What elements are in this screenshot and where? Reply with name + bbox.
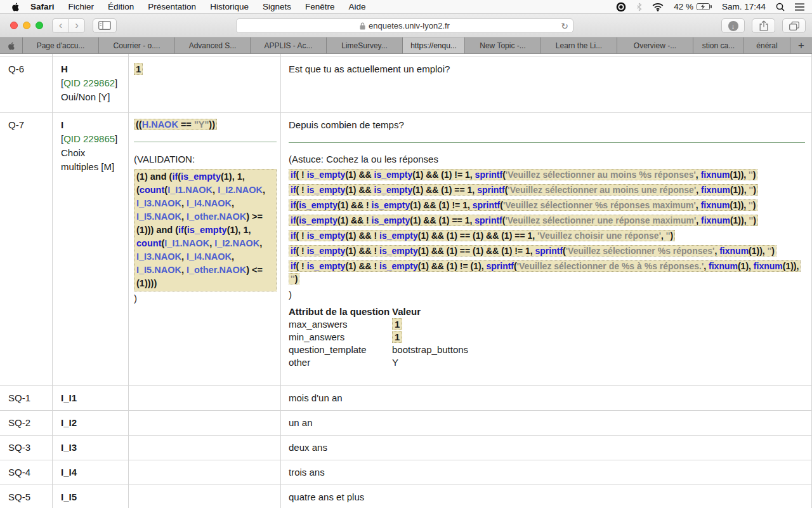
menu-fichier[interactable]: Fichier — [62, 2, 102, 11]
q6-relevance-value: 1 — [134, 63, 143, 75]
wifi-icon[interactable] — [652, 3, 664, 11]
q6-qid-link[interactable]: QID 229862 — [63, 77, 115, 88]
menu-presentation[interactable]: Présentation — [141, 2, 203, 11]
q7-validation-label: (VALIDATION: — [134, 152, 277, 166]
q7-id: Q-7 — [0, 113, 53, 385]
em-variable-link[interactable]: I_I1.NAOK — [167, 185, 213, 195]
menu-signets[interactable]: Signets — [256, 2, 298, 11]
sq5-id: SQ-5 — [0, 485, 53, 508]
sq2-code: I_I2 — [53, 411, 129, 435]
spotlight-icon[interactable] — [776, 3, 785, 11]
em-variable-link[interactable]: I_I4.NAOK — [187, 251, 232, 262]
tab-courrier[interactable]: Courrier - o.... — [99, 37, 175, 53]
em-variable-link[interactable]: I_I3.NAOK — [136, 251, 181, 262]
tab-learn-the-li[interactable]: Learn the Li... — [541, 37, 617, 53]
sq3-id: SQ-3 — [0, 436, 53, 460]
table-row-sq5: SQ-5 I_I5 quatre ans et plus — [0, 485, 812, 508]
em-variable-link[interactable]: I_I5.NAOK — [136, 265, 181, 275]
q7-type: Choix multiples [M] — [61, 147, 114, 172]
menu-bar-clock[interactable]: Sam. 17:44 — [722, 2, 766, 11]
close-window-button[interactable] — [10, 22, 18, 29]
q7-tip-intro: (Astuce: Cochez la ou les réponses — [289, 153, 805, 166]
zoom-window-button[interactable] — [36, 22, 43, 29]
table-row-sq3: SQ-3 I_I3 deux ans — [0, 436, 812, 460]
pinned-tab-apple[interactable] — [0, 37, 23, 53]
relevance-divider — [134, 142, 277, 142]
attribute-row-other: other Y — [289, 356, 805, 369]
tab-advanced-s[interactable]: Advanced S... — [175, 37, 251, 53]
battery-percent-label: 42 % — [674, 2, 693, 11]
forward-button[interactable]: › — [69, 18, 85, 33]
attribute-table-header: Attribut de la question Valeur — [289, 305, 805, 318]
battery-status[interactable]: 42 % — [674, 2, 712, 11]
em-variable-link[interactable]: I_I2.NAOK — [218, 185, 263, 195]
em-variable-link[interactable]: I_I5.NAOK — [136, 211, 181, 222]
q6-question-cell: Est que tu as actuellement un emploi? — [281, 57, 812, 112]
sq4-code: I_I4 — [53, 460, 129, 485]
minimize-window-button[interactable] — [23, 22, 30, 29]
q6-question-text: Est que tu as actuellement un emploi? — [289, 64, 450, 74]
tab-enquetes-active[interactable]: https://enqu... — [403, 37, 465, 53]
em-variable-link[interactable]: I_I1.NAOK — [164, 238, 209, 248]
show-all-tabs-button[interactable] — [782, 18, 806, 33]
toolbar-right-buttons: ↓ — [721, 18, 806, 33]
em-variable-link[interactable]: I_I4.NAOK — [187, 198, 232, 208]
em-variable-link[interactable]: I_I2.NAOK — [214, 238, 259, 248]
attribute-header-name: Attribut de la question — [289, 305, 392, 318]
reload-button[interactable]: ↻ — [561, 21, 568, 31]
q6-code: H — [61, 64, 68, 74]
tab-overview[interactable]: Overview -... — [617, 37, 693, 53]
tab-limesurvey[interactable]: LimeSurvey... — [327, 37, 403, 53]
tab-question-ca[interactable]: stion ca... — [693, 37, 744, 53]
q7-qid-link[interactable]: QID 229865 — [63, 133, 115, 144]
sidebar-button[interactable] — [93, 18, 117, 33]
menu-historique[interactable]: Historique — [203, 2, 256, 11]
em-variable-link[interactable]: I_other.NAOK — [187, 265, 246, 275]
screen-recording-status-icon[interactable] — [616, 2, 626, 12]
downloads-button[interactable]: ↓ — [721, 18, 745, 33]
q7-validation-close: ) — [134, 291, 277, 305]
q7-validation-equation: (1) and (if(is_empty(1), 1, (count(I_I1.… — [134, 169, 277, 291]
q7-question-text: Depuis combien de temps? — [289, 118, 805, 132]
q7-attribute-table: Attribut de la question Valeur max_answe… — [289, 305, 805, 369]
q7-tip-line-3: if(is_empty(1) && ! is_empty(1) && (1) !… — [289, 199, 804, 211]
tab-general[interactable]: énéral — [744, 37, 790, 53]
notification-center-icon[interactable] — [795, 3, 804, 11]
new-tab-button[interactable]: + — [790, 37, 812, 53]
q7-tip-close: ) — [289, 288, 805, 302]
em-variable-link[interactable]: H.NAOK — [142, 119, 178, 130]
apple-menu-icon[interactable] — [11, 2, 20, 11]
menu-edition[interactable]: Édition — [101, 2, 141, 11]
sq1-code: I_I1 — [53, 386, 129, 410]
em-variable-link[interactable]: I_other.NAOK — [187, 211, 246, 222]
sq1-id: SQ-1 — [0, 386, 53, 410]
tab-page-accueil[interactable]: Page d'accu... — [23, 37, 99, 53]
menu-safari[interactable]: Safari — [23, 2, 62, 11]
attribute-row-min-answers: min_answers 1 — [289, 331, 805, 344]
q7-question-cell: Depuis combien de temps? (Astuce: Cochez… — [281, 113, 812, 385]
sq1-text: mois d'un an — [281, 386, 812, 410]
q7-tip-line-6: if( ! is_empty(1) && ! is_empty(1) && (1… — [289, 244, 804, 257]
sq5-code: I_I5 — [53, 485, 129, 508]
tab-new-topic[interactable]: New Topic -... — [465, 37, 541, 53]
table-row-q6: Q-6 H [QID 229862] Oui/Non [Y] 1 Est que… — [0, 57, 812, 113]
sq2-text: un an — [281, 411, 812, 435]
screen: Safari Fichier Édition Présentation Hist… — [0, 0, 812, 508]
sq4-id: SQ-4 — [0, 460, 53, 485]
bluetooth-icon[interactable] — [636, 3, 642, 11]
tab-applis[interactable]: APPLIS - Ac... — [251, 37, 327, 53]
back-button[interactable]: ‹ — [52, 18, 69, 33]
share-button[interactable] — [752, 18, 775, 33]
q6-relevance-cell: 1 — [129, 57, 281, 112]
menu-aide[interactable]: Aide — [341, 2, 372, 11]
table-row-sq4: SQ-4 I_I4 trois ans — [0, 460, 812, 485]
survey-logic-table: Q-6 H [QID 229862] Oui/Non [Y] 1 Est que… — [0, 54, 812, 508]
sq4-text: trois ans — [281, 460, 812, 485]
attribute-header-value: Valeur — [392, 305, 805, 318]
q7-tip-line-5: if( ! is_empty(1) && ! is_empty(1) && (1… — [289, 229, 804, 242]
em-variable-link[interactable]: I_I3.NAOK — [136, 198, 181, 208]
q7-tip-line-4: if(is_empty(1) && ! is_empty(1) && (1) =… — [289, 214, 804, 227]
menu-fenetre[interactable]: Fenêtre — [298, 2, 342, 11]
sq3-code: I_I3 — [53, 436, 129, 460]
address-bar[interactable]: enquetes.univ-lyon2.fr ↻ — [236, 18, 573, 33]
